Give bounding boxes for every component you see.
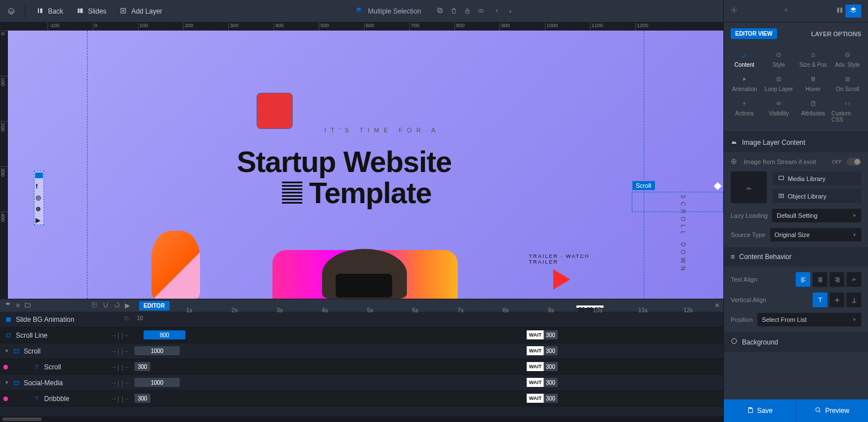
magnet-icon[interactable] [102,302,109,310]
timeline-row[interactable]: ▼Social-Media→||→1000WAIT300 [0,375,723,391]
select-lazy-loading[interactable]: Default Setting▼ [772,209,861,222]
section-content-behavior[interactable]: ≡ Content Behavior [724,247,868,266]
wait-marker[interactable]: WAIT [527,394,544,403]
timeline-row[interactable]: Scroll Line→||→800WAIT300 [0,328,723,343]
select-position[interactable]: Select From List▼ [757,313,861,326]
arrow-in-icon[interactable]: →| [111,363,119,371]
gear-icon[interactable] [731,7,737,15]
select-source-type[interactable]: Original Size▼ [770,228,861,242]
prop-tab-attributes[interactable]: Attributes [796,96,831,126]
anim-bar[interactable]: 300 [134,394,150,403]
media-library-button[interactable]: Media Library [772,171,861,186]
layer-scroll-text[interactable]: SCROLL DOWN [680,195,686,274]
prop-tab-hover[interactable]: Hover [796,71,831,96]
folder-icon[interactable] [24,302,31,310]
align-center-button[interactable] [813,272,827,287]
add-layer-button[interactable]: Add Layer [115,5,167,18]
arrow-in-icon[interactable]: →| [111,347,119,355]
layers-small-icon[interactable] [5,302,11,310]
grid-snap-icon[interactable] [91,302,98,310]
duplicate-small-icon[interactable] [123,315,130,324]
prop-tab-animation[interactable]: Animation [727,71,762,96]
layer-heart-bubble[interactable] [257,93,293,129]
chevron-down-icon[interactable]: ▼ [5,380,9,385]
arrow-out-icon[interactable]: |→ [121,331,130,339]
panel-tab-columns[interactable] [834,5,845,18]
timeline-row[interactable]: Dribbble→||→300WAIT300 [0,391,723,407]
wait-marker[interactable]: WAIT [527,378,544,387]
wait-duration[interactable]: 300 [544,378,558,387]
prop-tab-actions[interactable]: Actions [727,96,762,126]
prop-tab-content[interactable]: Content [727,47,762,71]
anim-bar[interactable]: 1000 [134,378,180,387]
timeline-row-bg[interactable]: Slide BG Animation 10 [0,312,723,328]
timeline-close-button[interactable]: ✕ [711,302,723,309]
align-inherit-button[interactable] [847,272,861,287]
slides-button[interactable]: Slides [72,5,111,18]
prop-tab-size-pos[interactable]: Size & Pos [796,47,831,71]
tab-editor-view[interactable]: EDITOR VIEW [731,28,777,39]
wait-marker[interactable]: WAIT [527,362,544,371]
prop-tab-style[interactable]: Style [762,47,796,71]
eye-icon[interactable] [478,7,485,15]
wait-marker[interactable]: WAIT [527,346,544,355]
trash-icon[interactable] [450,7,458,15]
timeline-row[interactable]: Scroll→||→300WAIT300 [0,359,723,375]
valign-middle-button[interactable] [830,292,844,307]
timeline-scrollbar[interactable] [0,416,723,422]
section-image-layer-content[interactable]: Image Layer Content [724,132,868,152]
list-icon[interactable]: ≡ [16,302,20,309]
arrow-in-icon[interactable]: →| [111,331,119,339]
layer-social-media[interactable]: f ◎ ⊕ ▶ [34,171,44,225]
wait-duration[interactable]: 300 [544,330,558,339]
layer-tagline[interactable]: IT'S TIME FOR A [324,127,440,134]
arrow-out-icon[interactable]: |→ [121,347,130,355]
wait-duration[interactable]: 300 [544,362,558,371]
align-left-button[interactable] [796,272,810,287]
chevron-down-icon[interactable]: ▼ [494,8,499,14]
object-library-button[interactable]: Object Library [772,189,861,203]
timeline-row[interactable]: ▼Scroll→||→1000WAIT300 [0,343,723,359]
arrow-out-icon[interactable]: |→ [121,363,130,371]
anim-bar[interactable]: 800 [144,330,185,339]
arrow-in-icon[interactable]: →| [111,379,119,387]
layer-scroll-selected[interactable]: Scroll [632,192,723,212]
save-button[interactable]: Save [724,399,796,422]
arrow-out-icon[interactable]: |→ [121,395,130,403]
wait-duration[interactable]: 300 [544,346,558,355]
layer-play-trailer[interactable]: TRAILER · WATCH TRAILER [529,253,590,293]
anim-bar[interactable]: 300 [134,362,150,371]
image-thumbnail[interactable] [731,171,767,203]
slide-canvas[interactable]: IT'S TIME FOR A Startup Website Template… [8,31,723,299]
prop-tab-visibility[interactable]: Visibility [762,96,796,126]
layer-hand-image[interactable] [151,231,200,299]
prop-tab-on-scroll[interactable]: On Scroll [830,71,865,96]
play-small-icon[interactable]: ▶ [125,302,130,309]
anim-bar[interactable]: 1000 [134,346,180,355]
prop-tab-adv-style[interactable]: Adv. Style [830,47,865,71]
chevron-up-icon[interactable]: ▲ [508,8,513,14]
canvas-viewport[interactable]: IT'S TIME FOR A Startup Website Template… [8,31,723,299]
prop-tab-loop-layer[interactable]: Loop Layer [762,71,796,96]
wait-marker[interactable]: WAIT [527,330,544,339]
align-right-button[interactable] [830,272,844,287]
sparkle-icon[interactable] [783,7,789,15]
section-background[interactable]: Background [724,332,868,352]
back-button[interactable]: Back [32,5,68,18]
prop-tab-custom-css[interactable]: Custom CSS [830,96,865,126]
selection-handle[interactable] [35,173,43,178]
layer-headline[interactable]: Startup Website Template [237,147,452,208]
layer-vr-person[interactable] [322,249,407,299]
valign-bottom-button[interactable] [847,292,861,307]
preview-button[interactable]: Preview [796,399,868,422]
toggle-stream[interactable] [847,158,861,166]
tab-layer-options[interactable]: LAYER OPTIONS [811,31,861,37]
wordpress-logo-icon[interactable] [5,5,18,18]
chevron-down-icon[interactable]: ▼ [5,348,9,354]
refresh-icon[interactable] [114,302,120,310]
valign-top-button[interactable] [813,292,827,307]
arrow-out-icon[interactable]: |→ [121,379,130,387]
timeline-editor-tag[interactable]: EDITOR [139,301,170,311]
panel-tab-layers[interactable] [845,5,861,18]
wait-duration[interactable]: 300 [544,394,558,403]
